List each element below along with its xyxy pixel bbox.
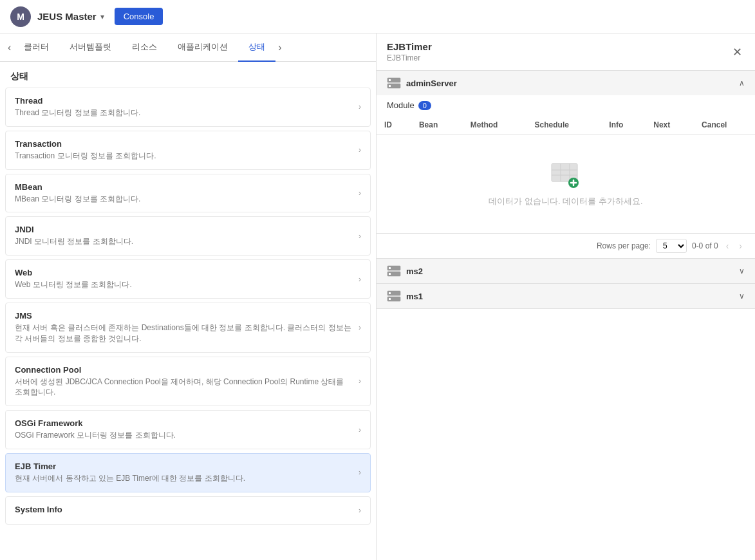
rows-per-page-label: Rows per page: — [597, 241, 651, 250]
server-chevron-ms2: ∨ — [739, 266, 745, 275]
menu-item-transaction[interactable]: Transaction Transaction 모니터링 정보를 조회합니다. … — [5, 131, 371, 170]
menu-title-mbean: MBean — [15, 182, 353, 192]
server-chevron-ms1: ∨ — [739, 292, 745, 301]
col-header-bean: Bean — [411, 115, 463, 135]
menu-desc-ejb-timer: 현재 서버에서 동작하고 있는 EJB Timer에 대한 정보를 조회합니다. — [15, 473, 353, 484]
dialog-title: EJBTimer — [387, 41, 432, 52]
menu-desc-mbean: MBean 모니터링 정보를 조회합니다. — [15, 194, 353, 205]
server-header-admin[interactable]: adminServer ∧ — [377, 71, 755, 95]
menu-item-osgi[interactable]: OSGi Framework OSGi Framework 모니터링 정보를 조… — [5, 410, 371, 449]
menu-arrow-thread: › — [359, 102, 361, 111]
nav-right-arrow[interactable]: › — [275, 39, 284, 56]
tab-resources[interactable]: 리소스 — [122, 33, 167, 62]
menu-item-jms[interactable]: JMS 현재 서버 혹은 클러스터에 존재하는 Destinations들에 대… — [5, 303, 371, 353]
menu-desc-connection-pool: 서버에 생성된 JDBC/JCA Connection Pool을 제어하며, … — [15, 377, 353, 398]
svg-rect-19 — [389, 298, 391, 300]
server-icon-ms2 — [387, 265, 401, 277]
svg-rect-1 — [389, 79, 391, 81]
menu-desc-osgi: OSGi Framework 모니터링 정보를 조회합니다. — [15, 430, 353, 441]
menu-title-jndi: JNDI — [15, 225, 353, 234]
svg-rect-17 — [389, 292, 391, 294]
next-page-button[interactable]: › — [736, 239, 745, 252]
module-label: Module — [387, 100, 415, 110]
svg-rect-13 — [389, 267, 391, 269]
server-header-ms2[interactable]: ms2 ∨ — [377, 259, 755, 283]
menu-title-thread: Thread — [15, 96, 353, 106]
rows-per-page-select[interactable]: 5 10 20 — [656, 239, 687, 253]
menu-arrow-mbean: › — [359, 189, 361, 198]
col-header-info: Info — [601, 115, 646, 135]
tab-applications[interactable]: 애플리케이션 — [167, 33, 238, 62]
menu-list: Thread Thread 모니터링 정보를 조회합니다. › Transact… — [0, 88, 376, 560]
menu-arrow-transaction: › — [359, 145, 361, 154]
left-panel: ‹ 클러터 서버템플릿 리소스 애플리케이션 상태 › 상태 Thread Th… — [0, 33, 377, 560]
menu-arrow-ejb-timer: › — [359, 468, 361, 477]
menu-desc-transaction: Transaction 모니터링 정보를 조회합니다. — [15, 151, 353, 162]
col-header-id: ID — [377, 115, 411, 135]
menu-item-ejb-timer[interactable]: EJB Timer 현재 서버에서 동작하고 있는 EJB Timer에 대한 … — [5, 453, 371, 492]
menu-title-osgi: OSGi Framework — [15, 418, 353, 428]
menu-item-jndi[interactable]: JNDI JNDI 모니터링 정보를 조회합니다. › — [5, 216, 371, 256]
app-title: JEUS Master — [37, 11, 97, 22]
tab-cluster[interactable]: 클러터 — [14, 33, 59, 62]
server-chevron-admin: ∧ — [739, 79, 745, 88]
menu-arrow-jms: › — [359, 323, 361, 332]
tab-status[interactable]: 상태 — [238, 33, 275, 62]
menu-title-web: Web — [15, 268, 353, 277]
menu-desc-web: Web 모니터링 정보를 조회합니다. — [15, 279, 353, 290]
col-header-schedule: Schedule — [527, 115, 602, 135]
tab-server-template[interactable]: 서버템플릿 — [59, 33, 122, 62]
menu-title-transaction: Transaction — [15, 139, 353, 149]
menu-arrow-system-info: › — [359, 506, 361, 515]
module-bar: Module 0 — [377, 95, 755, 115]
pagination-bar: Rows per page: 5 10 20 0-0 of 0 ‹ › — [377, 233, 755, 258]
svg-rect-3 — [389, 85, 391, 87]
dialog-header: EJBTimer EJBTimer ✕ — [377, 33, 755, 71]
page-info: 0-0 of 0 — [692, 241, 718, 250]
server-block-admin: adminServer ∧ Module 0 ID Bean Method — [377, 71, 755, 259]
empty-state-icon — [549, 161, 583, 189]
server-name-ms1: ms1 — [406, 292, 423, 301]
menu-arrow-osgi: › — [359, 425, 361, 434]
menu-item-thread[interactable]: Thread Thread 모니터링 정보를 조회합니다. › — [5, 88, 371, 127]
menu-desc-thread: Thread 모니터링 정보를 조회합니다. — [15, 107, 353, 118]
main-layout: ‹ 클러터 서버템플릿 리소스 애플리케이션 상태 › 상태 Thread Th… — [0, 33, 755, 560]
col-header-cancel: Cancel — [694, 115, 755, 135]
menu-item-mbean[interactable]: MBean MBean 모니터링 정보를 조회합니다. › — [5, 174, 371, 213]
svg-rect-15 — [389, 273, 391, 275]
menu-desc-jms: 현재 서버 혹은 클러스터에 존재하는 Destinations들에 대한 정보… — [15, 322, 353, 344]
menu-arrow-web: › — [359, 275, 361, 284]
ejb-timer-table: ID Bean Method Schedule Info Next Cancel — [377, 115, 755, 233]
empty-state: 데이터가 없습니다. 데이터를 추가하세요. — [377, 135, 755, 233]
menu-title-connection-pool: Connection Pool — [15, 365, 353, 375]
col-header-next: Next — [646, 115, 694, 135]
menu-arrow-connection-pool: › — [359, 377, 361, 386]
server-header-ms1[interactable]: ms1 ∨ — [377, 284, 755, 308]
server-name-admin: adminServer — [406, 79, 457, 88]
dialog-subtitle: EJBTimer — [387, 53, 432, 62]
menu-item-connection-pool[interactable]: Connection Pool 서버에 생성된 JDBC/JCA Connect… — [5, 357, 371, 407]
app-dropdown-arrow[interactable]: ▾ — [100, 12, 104, 21]
table-wrapper: ID Bean Method Schedule Info Next Cancel — [377, 115, 755, 233]
menu-item-web[interactable]: Web Web 모니터링 정보를 조회합니다. › — [5, 259, 371, 299]
nav-left-arrow[interactable]: ‹ — [5, 39, 14, 56]
server-icon-admin — [387, 77, 401, 89]
right-panel: EJBTimer EJBTimer ✕ adminServer ∧ — [377, 33, 755, 560]
prev-page-button[interactable]: ‹ — [723, 239, 732, 252]
server-block-ms1: ms1 ∨ — [377, 284, 755, 309]
menu-desc-jndi: JNDI 모니터링 정보를 조회합니다. — [15, 236, 353, 247]
console-button[interactable]: Console — [115, 8, 163, 25]
menu-item-system-info[interactable]: System Info › — [5, 496, 371, 525]
logo-avatar: M — [10, 6, 31, 27]
menu-title-system-info: System Info — [15, 505, 353, 514]
menu-title-ejb-timer: EJB Timer — [15, 462, 353, 471]
menu-title-jms: JMS — [15, 311, 353, 321]
server-name-ms2: ms2 — [406, 266, 423, 276]
page-title: 상태 — [0, 62, 376, 88]
server-icon-ms1 — [387, 290, 401, 302]
module-count: 0 — [418, 101, 431, 110]
empty-state-text: 데이터가 없습니다. 데이터를 추가하세요. — [489, 196, 642, 207]
dialog-close-button[interactable]: ✕ — [730, 42, 745, 62]
server-block-ms2: ms2 ∨ — [377, 259, 755, 284]
nav-tabs: ‹ 클러터 서버템플릿 리소스 애플리케이션 상태 › — [0, 33, 376, 62]
